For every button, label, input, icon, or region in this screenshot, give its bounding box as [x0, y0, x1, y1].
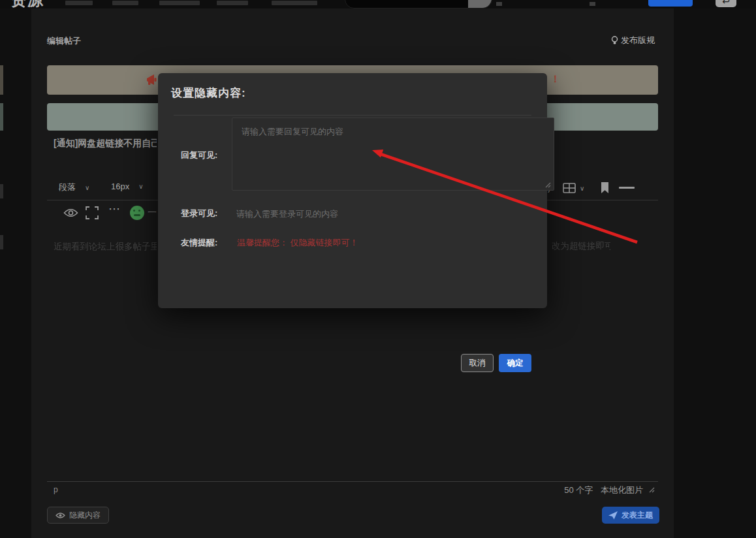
nav-item[interactable]	[112, 1, 138, 5]
friendly-reminder-row: 友情提醒: 温馨提醒您： 仅隐藏链接即可！	[174, 234, 358, 252]
reply-visible-textarea[interactable]	[232, 118, 554, 191]
post-title-input[interactable]: [通知]网盘超链接不用自己	[54, 138, 157, 150]
friendly-reminder-label: 友情提醒:	[174, 237, 232, 249]
edge-sliver	[0, 184, 3, 198]
statusbar-divider	[47, 481, 658, 482]
resize-grip-icon[interactable]	[648, 486, 655, 493]
paragraph-select[interactable]: 段落 ∨	[59, 182, 89, 193]
edge-sliver	[0, 65, 3, 95]
fullscreen-icon[interactable]	[86, 206, 99, 219]
publish-topic-label: 发表主题	[622, 510, 653, 521]
friendly-reminder-text: 温馨提醒您： 仅隐藏链接即可！	[232, 237, 358, 249]
reply-visible-label: 回复可见:	[174, 150, 232, 161]
hidden-content-label: 隐藏内容	[69, 510, 101, 521]
chevron-down-icon[interactable]: ∨	[580, 185, 584, 192]
search-button[interactable]	[468, 0, 492, 8]
editor-body-text[interactable]: 改为超链接即可	[552, 240, 610, 252]
nav-primary-button[interactable]	[648, 0, 693, 7]
edge-sliver	[0, 103, 3, 131]
login-visible-input[interactable]	[232, 206, 528, 221]
posting-rules-link[interactable]: 发布版规	[611, 35, 655, 46]
search-box	[345, 0, 492, 8]
hidden-content-modal: 设置隐藏内容: 回复可见: 登录可见: 友情提醒: 温馨提醒您： 仅隐藏链接即可…	[158, 73, 547, 308]
nav-item[interactable]	[272, 1, 317, 5]
megaphone-icon	[145, 72, 159, 87]
page-title: 编辑帖子	[47, 35, 81, 47]
chevron-down-icon: ∨	[138, 183, 143, 190]
publish-topic-button[interactable]: 发表主题	[602, 507, 659, 524]
app-window: 资源 ↩ 编辑帖子 发布版规 ！ [通知]网盘超链接不用自己	[0, 0, 756, 538]
horizontal-rule-icon[interactable]	[619, 187, 635, 189]
word-count: 50 个字	[564, 485, 593, 495]
bookmark-icon[interactable]	[601, 182, 609, 194]
editor-body-text[interactable]: 近期看到论坛上很多帖子里的	[54, 241, 157, 253]
chevron-down-icon: ∨	[85, 184, 89, 191]
textarea-resize-grip-icon[interactable]	[545, 182, 551, 188]
modal-footer: 取消 确定	[461, 354, 531, 372]
announcement-text-tail: ！	[550, 73, 560, 86]
more-options-icon[interactable]: ⋯	[108, 202, 121, 216]
posting-rules-label: 发布版规	[621, 35, 655, 46]
toolbar-text-fragment: 一	[148, 207, 157, 219]
localize-images-link[interactable]: 本地化图片	[601, 485, 643, 495]
confirm-button[interactable]: 确定	[499, 354, 531, 372]
fontsize-select-value: 16px	[111, 182, 129, 191]
fontsize-select[interactable]: 16px ∨	[111, 182, 144, 191]
nav-item[interactable]	[217, 1, 248, 5]
site-logo[interactable]: 资源	[10, 0, 44, 8]
top-navbar: 资源 ↩	[0, 0, 756, 8]
search-input[interactable]	[352, 0, 459, 4]
nav-item[interactable]	[159, 1, 200, 5]
statusbar-right: 50 个字 本地化图片	[529, 484, 643, 496]
preview-eye-icon[interactable]	[63, 208, 78, 218]
reply-visible-row: 回复可见:	[174, 118, 554, 193]
login-visible-label: 登录可见:	[174, 208, 232, 219]
eye-icon	[55, 512, 65, 519]
table-icon[interactable]	[563, 183, 576, 193]
cancel-button[interactable]: 取消	[461, 354, 494, 372]
sticker-icon[interactable]	[130, 206, 144, 220]
paper-plane-icon	[608, 511, 618, 520]
nav-item[interactable]	[65, 1, 93, 5]
bulb-icon	[611, 36, 618, 45]
chevron-down-icon[interactable]	[496, 2, 502, 6]
modal-title: 设置隐藏内容:	[171, 86, 246, 101]
hidden-content-button[interactable]: 隐藏内容	[47, 507, 109, 524]
login-visible-row: 登录可见:	[174, 204, 528, 223]
modal-divider	[174, 115, 531, 116]
paragraph-select-value: 段落	[59, 182, 76, 193]
edge-sliver	[0, 235, 3, 249]
chevron-down-icon[interactable]	[590, 2, 595, 6]
theme-toggle-icon[interactable]: ↩	[716, 0, 736, 7]
element-path: p	[54, 485, 58, 494]
